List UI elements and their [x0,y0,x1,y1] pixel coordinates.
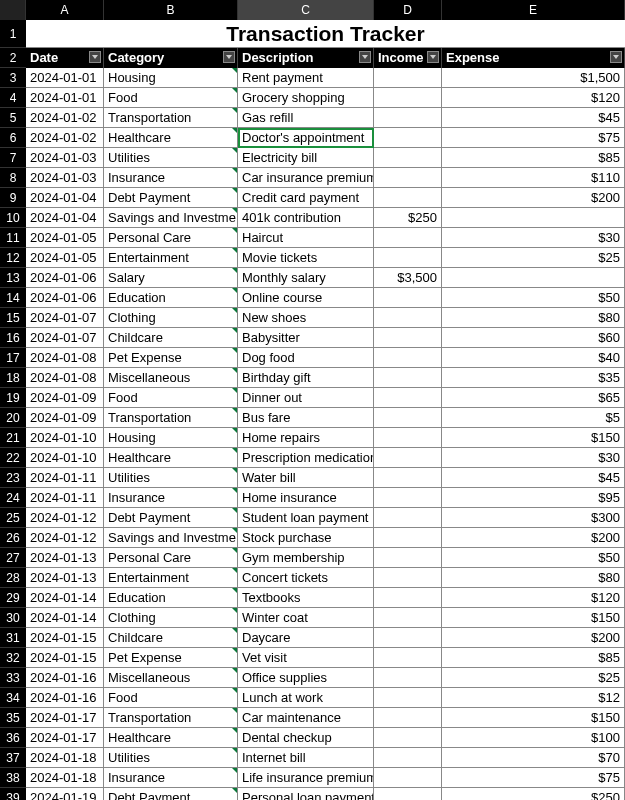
table-header-income[interactable]: Income [374,48,442,68]
cell-D34[interactable] [374,688,442,708]
cell-C6[interactable]: Doctor's appointment [238,128,374,148]
cell-B6[interactable]: Healthcare [104,128,238,148]
cell-D6[interactable] [374,128,442,148]
row-header-28[interactable]: 28 [0,568,26,588]
cell-C12[interactable]: Movie tickets [238,248,374,268]
cell-E12[interactable]: $25 [442,248,625,268]
cell-D24[interactable] [374,488,442,508]
cell-A13[interactable]: 2024-01-06 [26,268,104,288]
cell-C32[interactable]: Vet visit [238,648,374,668]
cell-A22[interactable]: 2024-01-10 [26,448,104,468]
cell-B34[interactable]: Food [104,688,238,708]
cell-A23[interactable]: 2024-01-11 [26,468,104,488]
cell-A9[interactable]: 2024-01-04 [26,188,104,208]
cell-D25[interactable] [374,508,442,528]
cell-A14[interactable]: 2024-01-06 [26,288,104,308]
cell-E34[interactable]: $12 [442,688,625,708]
row-header-15[interactable]: 15 [0,308,26,328]
cell-E36[interactable]: $100 [442,728,625,748]
row-header-17[interactable]: 17 [0,348,26,368]
cell-A3[interactable]: 2024-01-01 [26,68,104,88]
row-header-2[interactable]: 2 [0,48,26,68]
column-header-A[interactable]: A [26,0,104,20]
cell-E31[interactable]: $200 [442,628,625,648]
row-header-23[interactable]: 23 [0,468,26,488]
row-header-12[interactable]: 12 [0,248,26,268]
filter-dropdown-icon[interactable] [359,51,371,63]
cell-B19[interactable]: Food [104,388,238,408]
cell-D17[interactable] [374,348,442,368]
cell-C13[interactable]: Monthly salary [238,268,374,288]
cell-E8[interactable]: $110 [442,168,625,188]
cell-C28[interactable]: Concert tickets [238,568,374,588]
cell-C37[interactable]: Internet bill [238,748,374,768]
cell-C3[interactable]: Rent payment [238,68,374,88]
row-header-29[interactable]: 29 [0,588,26,608]
cell-B10[interactable]: Savings and Investme [104,208,238,228]
cell-A5[interactable]: 2024-01-02 [26,108,104,128]
cell-B14[interactable]: Education [104,288,238,308]
row-header-3[interactable]: 3 [0,68,26,88]
cell-E35[interactable]: $150 [442,708,625,728]
cell-D31[interactable] [374,628,442,648]
cell-D10[interactable]: $250 [374,208,442,228]
cell-B13[interactable]: Salary [104,268,238,288]
cell-D29[interactable] [374,588,442,608]
cell-E6[interactable]: $75 [442,128,625,148]
cell-D36[interactable] [374,728,442,748]
cell-C27[interactable]: Gym membership [238,548,374,568]
cell-E27[interactable]: $50 [442,548,625,568]
cell-C30[interactable]: Winter coat [238,608,374,628]
cell-D23[interactable] [374,468,442,488]
cell-D38[interactable] [374,768,442,788]
cell-B18[interactable]: Miscellaneous [104,368,238,388]
cell-D9[interactable] [374,188,442,208]
cell-C31[interactable]: Daycare [238,628,374,648]
cell-A30[interactable]: 2024-01-14 [26,608,104,628]
cell-C15[interactable]: New shoes [238,308,374,328]
row-header-31[interactable]: 31 [0,628,26,648]
row-header-18[interactable]: 18 [0,368,26,388]
cell-A17[interactable]: 2024-01-08 [26,348,104,368]
cell-B25[interactable]: Debt Payment [104,508,238,528]
cell-E21[interactable]: $150 [442,428,625,448]
cell-D12[interactable] [374,248,442,268]
cell-D27[interactable] [374,548,442,568]
row-header-32[interactable]: 32 [0,648,26,668]
cell-E23[interactable]: $45 [442,468,625,488]
cell-A38[interactable]: 2024-01-18 [26,768,104,788]
cell-B27[interactable]: Personal Care [104,548,238,568]
cell-D11[interactable] [374,228,442,248]
row-header-25[interactable]: 25 [0,508,26,528]
cell-D14[interactable] [374,288,442,308]
cell-D13[interactable]: $3,500 [374,268,442,288]
cell-E20[interactable]: $5 [442,408,625,428]
cell-C35[interactable]: Car maintenance [238,708,374,728]
cell-A11[interactable]: 2024-01-05 [26,228,104,248]
cell-C25[interactable]: Student loan payment [238,508,374,528]
cell-C29[interactable]: Textbooks [238,588,374,608]
cell-C39[interactable]: Personal loan payment [238,788,374,800]
cell-E30[interactable]: $150 [442,608,625,628]
cell-E13[interactable] [442,268,625,288]
row-header-21[interactable]: 21 [0,428,26,448]
cell-D7[interactable] [374,148,442,168]
cell-A19[interactable]: 2024-01-09 [26,388,104,408]
cell-A33[interactable]: 2024-01-16 [26,668,104,688]
cell-E15[interactable]: $80 [442,308,625,328]
cell-E37[interactable]: $70 [442,748,625,768]
cell-B15[interactable]: Clothing [104,308,238,328]
cell-C11[interactable]: Haircut [238,228,374,248]
cell-A15[interactable]: 2024-01-07 [26,308,104,328]
column-header-E[interactable]: E [442,0,625,20]
row-header-8[interactable]: 8 [0,168,26,188]
cell-B20[interactable]: Transportation [104,408,238,428]
cell-D15[interactable] [374,308,442,328]
cell-C34[interactable]: Lunch at work [238,688,374,708]
cell-A25[interactable]: 2024-01-12 [26,508,104,528]
cell-D22[interactable] [374,448,442,468]
row-header-5[interactable]: 5 [0,108,26,128]
cell-C33[interactable]: Office supplies [238,668,374,688]
cell-C21[interactable]: Home repairs [238,428,374,448]
row-header-9[interactable]: 9 [0,188,26,208]
